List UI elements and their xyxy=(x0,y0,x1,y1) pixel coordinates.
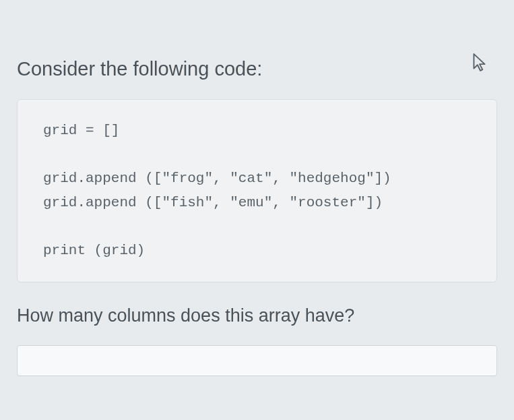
answer-input[interactable] xyxy=(17,345,497,376)
code-line: print (grid) xyxy=(43,243,145,258)
question-intro-text: Consider the following code: xyxy=(17,58,497,80)
question-prompt-text: How many columns does this array have? xyxy=(17,305,497,326)
code-line: grid.append (["frog", "cat", "hedgehog"]… xyxy=(43,171,391,186)
code-line: grid = [] xyxy=(43,123,119,138)
cursor-icon xyxy=(471,53,488,73)
code-line: grid.append (["fish", "emu", "rooster"]) xyxy=(43,195,383,210)
code-block: grid = [] grid.append (["frog", "cat", "… xyxy=(17,99,497,282)
